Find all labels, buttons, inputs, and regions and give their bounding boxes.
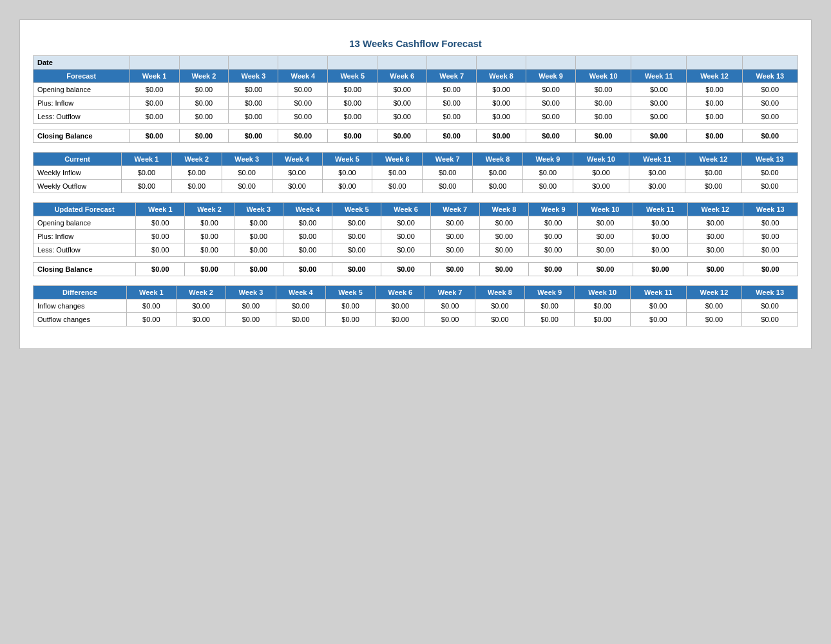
week-header-11: Week 11 bbox=[631, 70, 687, 83]
cell-week-1: $0.00 bbox=[126, 313, 176, 327]
week-header-10: Week 10 bbox=[576, 70, 631, 83]
cell-week-13: $0.00 bbox=[741, 166, 798, 180]
cell-week-2: $0.00 bbox=[185, 263, 234, 276]
cell-week-12: $0.00 bbox=[687, 110, 742, 124]
cell-week-2: $0.00 bbox=[179, 110, 229, 124]
cell-week-1: $0.00 bbox=[122, 180, 172, 193]
updated-forecast-section: Updated ForecastWeek 1Week 2Week 3Week 4… bbox=[33, 202, 798, 276]
spacer-cell bbox=[688, 257, 743, 263]
spacer-cell bbox=[377, 124, 427, 129]
spacer-cell bbox=[328, 124, 377, 129]
cell-week-11: $0.00 bbox=[633, 230, 687, 243]
cell-week-9: $0.00 bbox=[529, 216, 578, 230]
current-table: CurrentWeek 1Week 2Week 3Week 4Week 5Wee… bbox=[33, 152, 798, 193]
date-empty-8 bbox=[526, 56, 576, 70]
cell-week-12: $0.00 bbox=[688, 230, 743, 243]
cell-week-12: $0.00 bbox=[688, 263, 743, 276]
cell-week-6: $0.00 bbox=[376, 299, 425, 313]
cell-week-11: $0.00 bbox=[631, 83, 687, 97]
week-header-2: Week 2 bbox=[171, 153, 222, 166]
row-label: Opening balance bbox=[33, 83, 130, 97]
cell-week-2: $0.00 bbox=[185, 230, 234, 243]
updated-forecast-table: Updated ForecastWeek 1Week 2Week 3Week 4… bbox=[33, 202, 798, 276]
date-header: Date bbox=[33, 56, 130, 70]
cell-week-9: $0.00 bbox=[526, 129, 576, 143]
cell-week-6: $0.00 bbox=[381, 243, 430, 257]
cell-week-1: $0.00 bbox=[136, 243, 185, 257]
row-label: Closing Balance bbox=[33, 129, 130, 143]
cell-week-1: $0.00 bbox=[136, 216, 185, 230]
cell-week-13: $0.00 bbox=[743, 243, 798, 257]
cell-week-5: $0.00 bbox=[328, 83, 377, 97]
cell-week-4: $0.00 bbox=[283, 230, 332, 243]
cell-week-3: $0.00 bbox=[222, 166, 272, 180]
cell-week-9: $0.00 bbox=[526, 97, 576, 110]
cell-week-3: $0.00 bbox=[229, 83, 278, 97]
cell-week-6: $0.00 bbox=[376, 313, 425, 327]
cell-week-4: $0.00 bbox=[278, 97, 328, 110]
cell-week-3: $0.00 bbox=[234, 243, 283, 257]
date-empty-4 bbox=[328, 56, 377, 70]
cell-week-7: $0.00 bbox=[430, 216, 479, 230]
week-header-10: Week 10 bbox=[573, 153, 629, 166]
cell-week-2: $0.00 bbox=[171, 166, 222, 180]
cell-week-12: $0.00 bbox=[688, 216, 743, 230]
cell-week-1: $0.00 bbox=[129, 97, 179, 110]
date-empty-9 bbox=[576, 56, 631, 70]
cell-week-4: $0.00 bbox=[283, 243, 332, 257]
date-empty-10 bbox=[631, 56, 687, 70]
row-label: Plus: Inflow bbox=[33, 97, 130, 110]
cell-week-13: $0.00 bbox=[741, 180, 798, 193]
cell-week-9: $0.00 bbox=[529, 243, 578, 257]
main-container: 13 Weeks Cashflow Forecast DateForecastW… bbox=[19, 19, 812, 349]
cell-week-6: $0.00 bbox=[381, 230, 430, 243]
cell-week-3: $0.00 bbox=[222, 180, 272, 193]
cell-week-6: $0.00 bbox=[377, 110, 427, 124]
spacer-cell bbox=[631, 124, 687, 129]
cell-week-9: $0.00 bbox=[525, 299, 575, 313]
week-header-1: Week 1 bbox=[122, 153, 172, 166]
week-header-4: Week 4 bbox=[272, 153, 322, 166]
cell-week-10: $0.00 bbox=[576, 97, 631, 110]
spacer-cell bbox=[576, 124, 631, 129]
week-header-13: Week 13 bbox=[743, 203, 798, 216]
week-header-5: Week 5 bbox=[322, 153, 372, 166]
cell-week-5: $0.00 bbox=[332, 263, 381, 276]
date-empty-3 bbox=[278, 56, 328, 70]
cell-week-10: $0.00 bbox=[576, 129, 631, 143]
spacer-cell bbox=[742, 124, 798, 129]
week-header-3: Week 3 bbox=[234, 203, 283, 216]
cell-week-5: $0.00 bbox=[328, 97, 377, 110]
cell-week-1: $0.00 bbox=[126, 299, 176, 313]
cell-week-9: $0.00 bbox=[526, 83, 576, 97]
cell-week-10: $0.00 bbox=[573, 166, 629, 180]
week-header-9: Week 9 bbox=[526, 70, 576, 83]
week-header-7: Week 7 bbox=[425, 286, 475, 299]
cell-week-12: $0.00 bbox=[685, 180, 741, 193]
week-header-10: Week 10 bbox=[575, 286, 631, 299]
week-header-3: Week 3 bbox=[222, 153, 272, 166]
week-header-9: Week 9 bbox=[529, 203, 578, 216]
cell-week-3: $0.00 bbox=[234, 216, 283, 230]
cell-week-6: $0.00 bbox=[377, 129, 427, 143]
cell-week-11: $0.00 bbox=[629, 180, 685, 193]
cell-week-10: $0.00 bbox=[576, 83, 631, 97]
cell-week-4: $0.00 bbox=[278, 110, 328, 124]
spacer-cell bbox=[578, 257, 633, 263]
cell-week-8: $0.00 bbox=[475, 299, 524, 313]
week-header-12: Week 12 bbox=[686, 286, 742, 299]
cell-week-11: $0.00 bbox=[633, 216, 687, 230]
week-header-6: Week 6 bbox=[372, 153, 423, 166]
cell-week-12: $0.00 bbox=[685, 166, 741, 180]
cell-week-1: $0.00 bbox=[129, 110, 179, 124]
week-header-5: Week 5 bbox=[325, 286, 375, 299]
week-header-1: Week 1 bbox=[129, 70, 179, 83]
week-header-10: Week 10 bbox=[578, 203, 633, 216]
row-label-header: Current bbox=[33, 153, 122, 166]
week-header-12: Week 12 bbox=[687, 70, 742, 83]
week-header-6: Week 6 bbox=[376, 286, 425, 299]
week-header-7: Week 7 bbox=[427, 70, 477, 83]
cell-week-6: $0.00 bbox=[381, 216, 430, 230]
spacer-cell bbox=[743, 257, 798, 263]
forecast-table: DateForecastWeek 1Week 2Week 3Week 4Week… bbox=[33, 55, 798, 143]
